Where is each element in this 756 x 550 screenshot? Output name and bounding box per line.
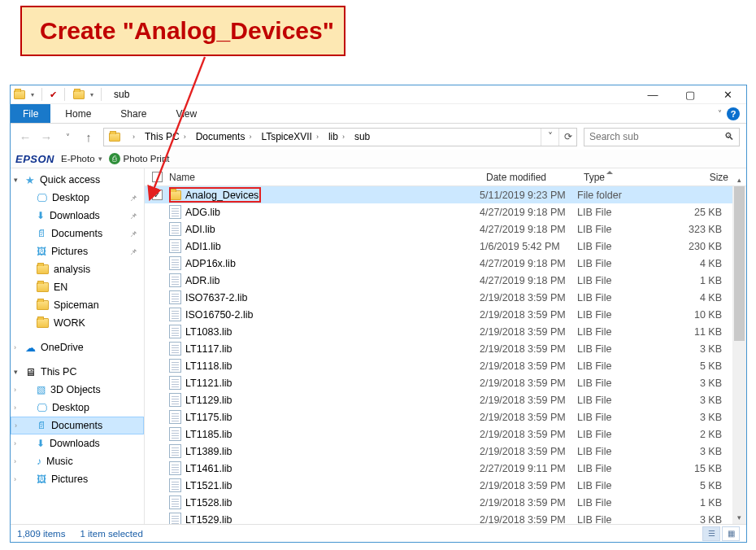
column-type[interactable]: Type <box>584 172 673 183</box>
breadcrumb-documents[interactable]: Documents› <box>191 129 257 146</box>
address-folder-icon <box>104 129 124 146</box>
file-row[interactable]: LT1389.lib2/19/2018 3:59 PMLIB File3 KB <box>145 443 746 460</box>
chevron-down-icon[interactable]: ▾ <box>14 368 18 376</box>
nav-this-pc[interactable]: ▾ 🖥︎ This PC <box>11 363 144 381</box>
nav-recent-dropdown[interactable]: ˅ <box>58 127 77 146</box>
address-bar[interactable]: › This PC› Documents› LTspiceXVII› lib› … <box>103 128 577 146</box>
file-row[interactable]: ADP16x.lib4/27/2019 9:18 PMLIB File4 KB <box>145 255 746 272</box>
address-history-dropdown[interactable]: ˅ <box>541 129 558 146</box>
file-row[interactable]: ADI1.lib1/6/2019 5:42 PMLIB File230 KB <box>145 238 746 255</box>
ribbon-expand-icon[interactable]: ˅ <box>718 109 722 118</box>
file-row[interactable]: LT1185.lib2/19/2018 3:59 PMLIB File2 KB <box>145 426 746 443</box>
star-icon: ★ <box>25 174 35 186</box>
file-date: 2/19/2018 3:59 PM <box>480 292 577 303</box>
file-row[interactable]: LT1121.lib2/19/2018 3:59 PMLIB File3 KB <box>145 374 746 391</box>
file-row[interactable]: ADR.lib4/27/2019 9:18 PMLIB File1 KB <box>145 272 746 289</box>
tab-view[interactable]: View <box>161 104 211 123</box>
chevron-right-icon[interactable]: › <box>14 475 16 483</box>
qat-more-icon[interactable]: ▾ <box>90 91 93 98</box>
nav-onedrive[interactable]: › ☁ OneDrive <box>11 338 144 356</box>
search-box[interactable]: 🔍︎ <box>584 128 740 146</box>
chevron-right-icon[interactable]: › <box>14 386 16 394</box>
chevron-right-icon[interactable]: › <box>14 457 16 465</box>
sidebar-item-en[interactable]: EN <box>11 278 144 296</box>
nav-back-button[interactable]: ← <box>15 127 35 146</box>
refresh-button[interactable]: ⟳ <box>558 129 576 146</box>
sidebar-item-music[interactable]: ›♪Music <box>11 452 144 470</box>
file-size: 3 KB <box>667 378 740 389</box>
view-details-button[interactable]: ☰ <box>702 526 720 541</box>
sidebar-item-pictures[interactable]: ›🖼︎Pictures <box>11 470 144 488</box>
epson-ephoto[interactable]: E-Photo▾ <box>61 154 102 164</box>
nav-forward-button[interactable]: → <box>37 127 56 146</box>
documents-icon: 📄︎ <box>37 420 46 431</box>
help-icon[interactable]: ? <box>727 107 740 120</box>
file-row[interactable]: ADI.lib4/27/2019 9:18 PMLIB File323 KB <box>145 220 746 238</box>
vertical-scrollbar[interactable]: ▴ ▾ <box>732 186 746 524</box>
nav-up-button[interactable]: ↑ <box>79 127 98 146</box>
file-row[interactable]: ✓Analog_Devices5/11/2019 9:23 PMFile fol… <box>145 186 746 203</box>
sidebar-item-downloads[interactable]: ›⬇Downloads <box>11 434 144 452</box>
chevron-right-icon[interactable]: › <box>14 404 16 412</box>
search-input[interactable] <box>589 131 721 142</box>
chevron-right-icon[interactable]: › <box>14 439 16 447</box>
epson-photoprint[interactable]: ⎙Photo Print <box>109 153 170 164</box>
breadcrumb-lib[interactable]: lib› <box>324 129 350 146</box>
file-row[interactable]: LT1521.lib2/19/2018 3:59 PMLIB File5 KB <box>145 477 746 494</box>
column-name[interactable]: Name <box>169 172 486 183</box>
file-row[interactable]: LT1118.lib2/19/2018 3:59 PMLIB File5 KB <box>145 357 746 374</box>
file-size: 4 KB <box>667 258 740 269</box>
sidebar-item-spiceman[interactable]: Spiceman <box>11 296 144 314</box>
minimize-button[interactable]: — <box>634 85 671 103</box>
scroll-down-arrow[interactable]: ▾ <box>732 510 746 524</box>
breadcrumb-thispc[interactable]: This PC› <box>140 129 191 146</box>
sidebar-item-desktop[interactable]: 🖵︎Desktop📌︎ <box>11 189 144 207</box>
row-checkbox[interactable]: ✓ <box>152 190 163 200</box>
qat-dropdown-icon[interactable]: ▾ <box>31 91 34 98</box>
scroll-up-arrow[interactable]: ▴ <box>732 172 746 186</box>
file-row[interactable]: LT1083.lib2/19/2018 3:59 PMLIB File11 KB <box>145 323 746 340</box>
file-row[interactable]: ISO7637-2.lib2/19/2018 3:59 PMLIB File4 … <box>145 289 746 306</box>
qat-folder-icon[interactable] <box>72 89 85 100</box>
chevron-down-icon[interactable]: ▾ <box>14 176 18 184</box>
chevron-right-icon[interactable]: › <box>14 343 16 351</box>
column-headers[interactable]: Name Date modified Type Size <box>145 168 746 186</box>
maximize-button[interactable]: ▢ <box>671 85 709 103</box>
select-all-checkbox[interactable] <box>152 172 163 182</box>
file-row[interactable]: LT1461.lib2/27/2019 9:11 PMLIB File15 KB <box>145 460 746 477</box>
sidebar-item-pictures[interactable]: 🖼︎Pictures📌︎ <box>11 242 144 260</box>
breadcrumb-ltspice[interactable]: LTspiceXVII› <box>256 129 323 146</box>
sidebar-item-3d-objects[interactable]: ›▧3D Objects <box>11 381 144 399</box>
column-date[interactable]: Date modified <box>486 172 584 183</box>
sidebar-item-desktop[interactable]: ›🖵︎Desktop <box>11 399 144 417</box>
search-icon[interactable]: 🔍︎ <box>724 131 734 142</box>
sidebar-item-work[interactable]: WORK <box>11 314 144 332</box>
file-row[interactable]: ADG.lib4/27/2019 9:18 PMLIB File25 KB <box>145 203 746 220</box>
status-selected-count: 1 item selected <box>80 529 142 539</box>
view-thumbnails-button[interactable]: ▦ <box>722 526 740 541</box>
close-button[interactable]: ✕ <box>709 85 746 103</box>
sidebar-item-analysis[interactable]: analysis <box>11 260 144 278</box>
tab-share[interactable]: Share <box>106 104 161 123</box>
tab-file[interactable]: File <box>11 104 50 123</box>
file-row[interactable]: LT1117.lib2/19/2018 3:59 PMLIB File3 KB <box>145 340 746 357</box>
file-row[interactable]: LT1528.lib2/19/2018 3:59 PMLIB File1 KB <box>145 494 746 511</box>
breadcrumb-root-chevron[interactable]: › <box>124 129 140 146</box>
qat-checkbox-icon[interactable]: ✔ <box>50 89 57 100</box>
navigation-pane[interactable]: ▾ ★ Quick access 🖵︎Desktop📌︎⬇Downloads📌︎… <box>11 168 145 524</box>
sidebar-item-documents[interactable]: 📄︎Documents📌︎ <box>11 225 144 242</box>
file-row[interactable]: LT1129.lib2/19/2018 3:59 PMLIB File3 KB <box>145 391 746 408</box>
file-icon <box>169 359 181 373</box>
file-row[interactable]: LT1529.lib2/19/2018 3:59 PMLIB File3 KB <box>145 511 746 524</box>
file-row[interactable]: ISO16750-2.lib2/19/2018 3:59 PMLIB File1… <box>145 306 746 323</box>
breadcrumb-sub[interactable]: sub <box>350 129 375 146</box>
sidebar-item-documents[interactable]: ›📄︎Documents <box>11 417 144 434</box>
file-row[interactable]: LT1175.lib2/19/2018 3:59 PMLIB File3 KB <box>145 408 746 426</box>
chevron-right-icon[interactable]: › <box>15 421 17 430</box>
tab-home[interactable]: Home <box>50 104 106 123</box>
nav-quick-access[interactable]: ▾ ★ Quick access <box>11 171 144 189</box>
file-list[interactable]: ✓Analog_Devices5/11/2019 9:23 PMFile fol… <box>145 186 746 524</box>
sidebar-item-downloads[interactable]: ⬇Downloads📌︎ <box>11 207 144 225</box>
scroll-thumb[interactable] <box>734 186 745 341</box>
file-name: LT1389.lib <box>185 446 232 457</box>
